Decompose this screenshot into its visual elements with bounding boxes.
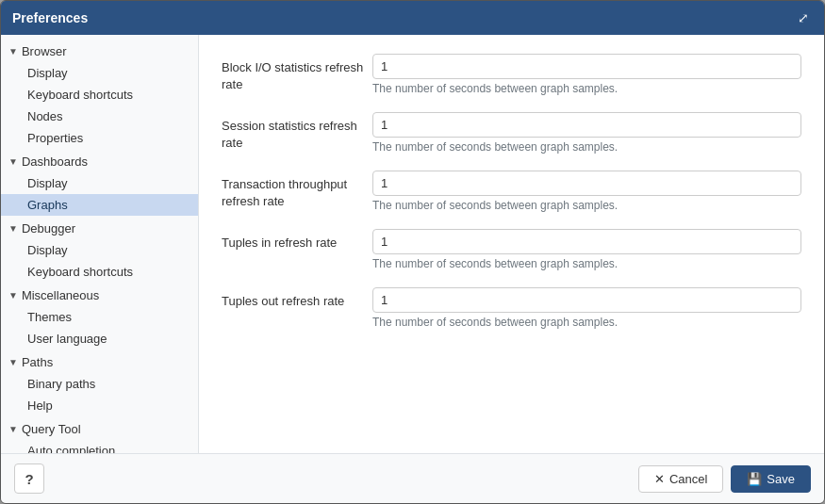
sidebar-item-browser-display[interactable]: Display <box>1 62 198 84</box>
footer-actions: ✕ Cancel 💾 Save <box>638 465 811 493</box>
sidebar-item-themes[interactable]: Themes <box>1 306 198 328</box>
hint-tuples-out: The number of seconds between graph samp… <box>372 316 801 329</box>
hint-transaction-throughput: The number of seconds between graph samp… <box>372 199 801 212</box>
save-label: Save <box>767 472 795 486</box>
miscellaneous-arrow-icon: ▼ <box>8 290 18 301</box>
title-bar: Preferences ⤢ <box>1 1 824 35</box>
dashboards-arrow-icon: ▼ <box>8 156 18 167</box>
cancel-label: Cancel <box>669 472 707 486</box>
browser-group-text: Browser <box>22 44 67 58</box>
sidebar-group-paths: ▼ Paths Binary paths Help <box>1 351 198 416</box>
main-content: Block I/O statistics refresh rate The nu… <box>199 35 824 453</box>
sidebar-item-properties[interactable]: Properties <box>1 127 198 149</box>
cancel-button[interactable]: ✕ Cancel <box>638 465 723 493</box>
sidebar-group-query-tool-label[interactable]: ▼ Query Tool <box>1 418 198 440</box>
dialog-title: Preferences <box>12 10 88 25</box>
paths-arrow-icon: ▼ <box>8 357 18 367</box>
sidebar-group-query-tool: ▼ Query Tool Auto completion CSV/TXT Out… <box>1 418 198 453</box>
sidebar-item-nodes[interactable]: Nodes <box>1 106 198 127</box>
sidebar-item-auto-completion[interactable]: Auto completion <box>1 440 198 453</box>
input-session-stats[interactable] <box>372 112 801 138</box>
query-tool-group-text: Query Tool <box>22 422 81 436</box>
field-tuples-in: The number of seconds between graph samp… <box>372 229 801 270</box>
label-tuples-out: Tuples out refresh rate <box>222 287 372 310</box>
sidebar-item-debugger-keyboard[interactable]: Keyboard shortcuts <box>1 261 198 283</box>
sidebar: ▼ Browser Display Keyboard shortcuts Nod… <box>1 35 199 453</box>
sidebar-group-browser-label[interactable]: ▼ Browser <box>1 41 198 62</box>
sidebar-item-binary-paths[interactable]: Binary paths <box>1 373 198 395</box>
hint-block-io: The number of seconds between graph samp… <box>372 82 801 95</box>
debugger-arrow-icon: ▼ <box>8 223 18 234</box>
hint-session-stats: The number of seconds between graph samp… <box>372 140 801 154</box>
input-tuples-out[interactable] <box>372 287 801 313</box>
sidebar-item-debugger-display[interactable]: Display <box>1 239 198 261</box>
cancel-icon: ✕ <box>654 472 665 486</box>
input-block-io[interactable] <box>372 54 801 79</box>
sidebar-group-paths-label[interactable]: ▼ Paths <box>1 351 198 373</box>
expand-button[interactable]: ⤢ <box>794 8 813 27</box>
form-row-block-io: Block I/O statistics refresh rate The nu… <box>222 54 801 95</box>
sidebar-item-dashboards-display[interactable]: Display <box>1 172 198 194</box>
field-session-stats: The number of seconds between graph samp… <box>372 112 801 154</box>
label-tuples-in: Tuples in refresh rate <box>222 229 372 252</box>
sidebar-group-miscellaneous-label[interactable]: ▼ Miscellaneous <box>1 285 198 306</box>
field-tuples-out: The number of seconds between graph samp… <box>372 287 801 329</box>
sidebar-group-debugger-label[interactable]: ▼ Debugger <box>1 218 198 239</box>
sidebar-item-help[interactable]: Help <box>1 395 198 416</box>
browser-arrow-icon: ▼ <box>8 46 18 57</box>
save-icon: 💾 <box>747 472 762 486</box>
query-tool-arrow-icon: ▼ <box>8 424 18 434</box>
input-transaction-throughput[interactable] <box>372 171 801 196</box>
preferences-dialog: Preferences ⤢ ▼ Browser Display Keyboard… <box>0 0 825 504</box>
label-block-io: Block I/O statistics refresh rate <box>222 54 372 93</box>
miscellaneous-group-text: Miscellaneous <box>22 288 99 302</box>
hint-tuples-in: The number of seconds between graph samp… <box>372 257 801 270</box>
sidebar-item-user-language[interactable]: User language <box>1 328 198 350</box>
sidebar-group-dashboards-label[interactable]: ▼ Dashboards <box>1 151 198 172</box>
dashboards-group-text: Dashboards <box>22 154 88 169</box>
sidebar-group-debugger: ▼ Debugger Display Keyboard shortcuts <box>1 218 198 283</box>
label-transaction-throughput: Transaction throughput refresh rate <box>222 171 372 210</box>
paths-group-text: Paths <box>22 355 53 369</box>
form-row-tuples-out: Tuples out refresh rate The number of se… <box>222 287 801 329</box>
form-row-tuples-in: Tuples in refresh rate The number of sec… <box>222 229 801 270</box>
form-row-session-stats: Session statistics refresh rate The numb… <box>222 112 801 154</box>
save-button[interactable]: 💾 Save <box>731 465 811 493</box>
sidebar-group-miscellaneous: ▼ Miscellaneous Themes User language <box>1 285 198 350</box>
help-button[interactable]: ? <box>14 463 44 494</box>
footer: ? ✕ Cancel 💾 Save <box>1 453 824 503</box>
field-block-io: The number of seconds between graph samp… <box>372 54 801 95</box>
dialog-body: ▼ Browser Display Keyboard shortcuts Nod… <box>1 35 824 453</box>
sidebar-item-graphs[interactable]: Graphs <box>1 194 198 216</box>
label-session-stats: Session statistics refresh rate <box>222 112 372 152</box>
debugger-group-text: Debugger <box>22 221 75 236</box>
sidebar-group-dashboards: ▼ Dashboards Display Graphs <box>1 151 198 216</box>
sidebar-group-browser: ▼ Browser Display Keyboard shortcuts Nod… <box>1 41 198 149</box>
field-transaction-throughput: The number of seconds between graph samp… <box>372 171 801 212</box>
input-tuples-in[interactable] <box>372 229 801 254</box>
form-row-transaction-throughput: Transaction throughput refresh rate The … <box>222 171 801 212</box>
sidebar-item-keyboard-shortcuts[interactable]: Keyboard shortcuts <box>1 84 198 106</box>
